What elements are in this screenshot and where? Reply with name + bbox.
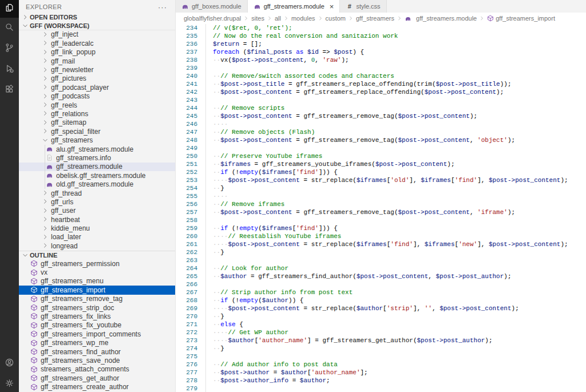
code-line[interactable]: 257··$post->post_content = gff_streamers… [176, 208, 586, 216]
activity-bar-item-settings[interactable] [0, 374, 19, 392]
code-line[interactable]: 259··if (!empty($iframes['find'])) { [176, 224, 586, 232]
more-actions-icon[interactable]: ··· [158, 3, 167, 11]
tree-item[interactable]: gff_thread [19, 189, 175, 197]
code-line[interactable]: 242··$post->post_content = gff_streamers… [176, 88, 586, 96]
code-line[interactable]: 241··$post->post_title = gff_streamers_r… [176, 80, 586, 88]
code-line[interactable]: 239 [176, 64, 586, 72]
outline-item[interactable]: gff_streamers_find_author [19, 347, 175, 356]
code-line[interactable]: 245··$post->post_content = gff_streamers… [176, 112, 586, 120]
tree-item[interactable]: load_later [19, 233, 175, 241]
code-line[interactable]: 275 [176, 353, 586, 361]
outline-item[interactable]: vx [19, 268, 175, 276]
code-line[interactable]: 265··$author = gff_streamers_find_author… [176, 272, 586, 280]
tree-item[interactable]: gff_streamers.module [19, 163, 175, 171]
activity-bar-item-search[interactable] [0, 18, 19, 38]
outline-item[interactable]: gff_streamers_remove_tag [19, 295, 175, 303]
outline-item[interactable]: gff_streamers_create_author [19, 382, 175, 391]
code-line[interactable]: 246···· [176, 120, 586, 128]
outline-item[interactable]: gff_streamers_import_comments [19, 330, 175, 338]
code-line[interactable]: 251··$iframes = gff_streamers_youtube_if… [176, 160, 586, 168]
outline-item[interactable]: gff_streamers_wp_me [19, 338, 175, 347]
code-line[interactable]: 238··vx($post->post_content, 0, 'raw'); [176, 56, 586, 64]
tree-item[interactable]: gff_podcasts [19, 92, 175, 101]
tree-item[interactable]: gff_sitemap [19, 118, 175, 127]
tree-item[interactable]: gff_streamers [19, 136, 175, 144]
code-line[interactable]: 260····// Reestablish YouTube iframes [176, 232, 586, 240]
code-line[interactable]: 269····$post->post_content = str_replace… [176, 304, 586, 312]
code-line[interactable]: 276··// Add author info to post data [176, 361, 586, 369]
tree-item[interactable]: alu.gff_streamers.module [19, 145, 175, 153]
tree-item[interactable]: gff_newsletter [19, 65, 175, 74]
tree-item[interactable]: gff_inject [19, 30, 175, 39]
tree-item[interactable]: kiddie_menu [19, 224, 175, 232]
breadcrumb-item[interactable]: sites [251, 15, 264, 22]
activity-bar-item-source-control[interactable] [0, 38, 19, 59]
code-line[interactable]: 258 [176, 216, 586, 224]
breadcrumb-item[interactable]: gff_streamers [356, 15, 394, 22]
code-line[interactable]: 236$return = []; [176, 40, 586, 48]
tree-item[interactable]: gff_leadercalc [19, 39, 175, 47]
activity-bar-item-account[interactable] [0, 353, 19, 374]
code-line[interactable]: 243 [176, 96, 586, 104]
editor-tab[interactable]: gff_boxes.module [176, 0, 248, 13]
code-line[interactable]: 261····$post->post_content = str_replace… [176, 240, 586, 248]
code-line[interactable]: 253····$post->post_content = str_replace… [176, 176, 586, 184]
breadcrumb-item[interactable]: gff_streamers_import [487, 15, 555, 22]
code-editor[interactable]: 234// v($ret, 0, 'ret');235// Now do the… [176, 24, 586, 392]
code-line[interactable]: 278··$post->author_info = $author; [176, 377, 586, 385]
code-line[interactable]: 271··else { [176, 320, 586, 328]
breadcrumb-item[interactable]: gff_streamers.module [405, 15, 477, 22]
code-line[interactable]: 240··// Remove/switch assorted codes and… [176, 72, 586, 80]
outline-item[interactable]: gff_streamers_save_node [19, 356, 175, 365]
workspace-section[interactable]: GFF (WORKSPACE) [19, 21, 175, 30]
breadcrumb-item[interactable]: modules [291, 15, 315, 22]
tree-item[interactable]: longread [19, 241, 175, 250]
code-line[interactable]: 234// v($ret, 0, 'ret'); [176, 24, 586, 32]
tree-item[interactable]: heartbeat [19, 215, 175, 224]
code-line[interactable]: 247··// Remove objects (Flash) [176, 128, 586, 136]
activity-bar-item-extensions[interactable] [0, 80, 19, 100]
editor-tab[interactable]: gff_streamers.module× [248, 0, 340, 13]
outline-item[interactable]: streamers_attach_comments [19, 365, 175, 374]
code-line[interactable]: 256··// Remove iframes [176, 200, 586, 208]
tree-item[interactable]: gff_streamers.info [19, 153, 175, 162]
code-line[interactable]: 279 [176, 385, 586, 392]
code-line[interactable]: 248··$post->post_content = gff_streamers… [176, 136, 586, 144]
close-icon[interactable]: × [330, 3, 334, 10]
tree-item[interactable]: gff_relations [19, 109, 175, 118]
code-line[interactable]: 250··// Preserve YouTube iframes [176, 152, 586, 160]
breadcrumb-item[interactable]: all [275, 15, 281, 22]
outline-item[interactable]: gff_streamers_fix_links [19, 312, 175, 320]
code-line[interactable]: 268··if (!empty($author)) { [176, 296, 586, 304]
code-line[interactable]: 272····// Get WP author [176, 328, 586, 336]
activity-bar-item-run-debug[interactable] [0, 59, 19, 80]
code-line[interactable]: 263 [176, 256, 586, 264]
outline-item[interactable]: gff_streamers_fix_youtube [19, 321, 175, 330]
tree-item[interactable]: gff_pictures [19, 74, 175, 83]
outline-item[interactable]: gff_streamers_permission [19, 259, 175, 268]
code-line[interactable]: 255···· [176, 192, 586, 200]
code-line[interactable]: 266 [176, 280, 586, 288]
code-line[interactable]: 277··$post->author = $author['author_nam… [176, 369, 586, 377]
code-line[interactable]: 237foreach ($final_posts as $id => $post… [176, 48, 586, 56]
code-line[interactable]: 274··} [176, 345, 586, 353]
code-line[interactable]: 273····$author['author_name'] = gff_stre… [176, 336, 586, 345]
tree-item[interactable]: gff_link_popup [19, 48, 175, 57]
code-line[interactable]: 270··} [176, 312, 586, 320]
code-line[interactable]: 235// Now do the real conversion and san… [176, 32, 586, 40]
outline-item[interactable]: gff_streamers_strip_doc [19, 303, 175, 312]
code-line[interactable]: 264··// Look for author [176, 264, 586, 272]
activity-bar-item-explorer[interactable] [0, 0, 19, 18]
code-line[interactable]: 254··} [176, 184, 586, 192]
tree-item[interactable]: gff_podcast_player [19, 83, 175, 92]
outline-item[interactable]: gff_streamers_get_author [19, 374, 175, 382]
tree-item[interactable]: gff_special_filter [19, 127, 175, 136]
tree-item[interactable]: gff_reels [19, 101, 175, 109]
open-editors-section[interactable]: OPEN EDITORS [19, 13, 175, 21]
tree-item[interactable]: gff_mail [19, 57, 175, 65]
tree-item[interactable]: obelisk.gff_streamers.module [19, 171, 175, 180]
breadcrumb-item[interactable]: globalflyfisher.drupal [184, 15, 241, 22]
tree-item[interactable]: gff_urls [19, 197, 175, 206]
outline-section[interactable]: OUTLINE [19, 251, 175, 259]
code-line[interactable]: 267··// Strip author info from post text [176, 288, 586, 296]
